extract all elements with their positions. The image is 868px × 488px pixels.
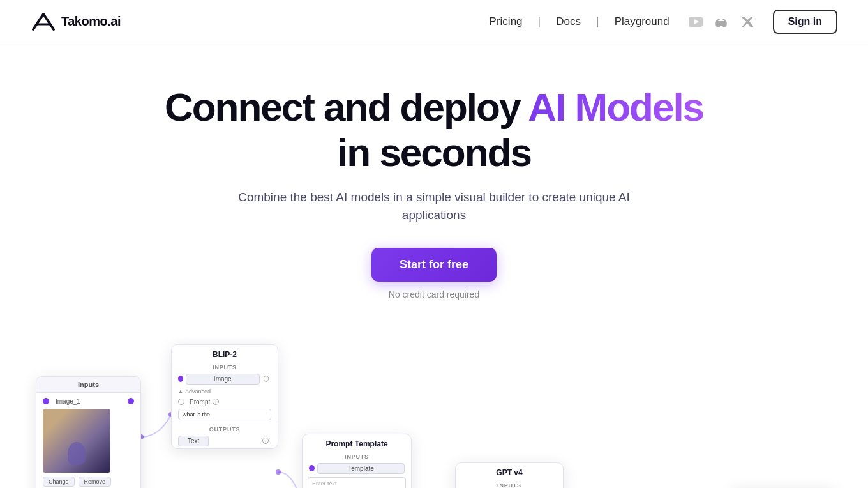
blip2-prompt-label: Prompt i <box>172 397 278 408</box>
hero-section: Connect and deploy AI Models in seconds … <box>0 43 868 325</box>
gpt-inputs-label: INPUTS <box>456 480 563 488</box>
gpt-card: GPT v4 INPUTS Text Enter text ▼ Advanced <box>455 462 564 488</box>
info-icon: i <box>213 399 219 405</box>
demo-illustration: Inputs Image_1 Change Remove Image_2 BLI… <box>0 338 868 488</box>
blip2-advanced[interactable]: ▲ Advanced <box>172 386 278 397</box>
blip2-output-circle <box>264 376 269 382</box>
nav-sep-1: | <box>538 15 541 28</box>
prompt-check <box>309 465 315 471</box>
inputs-card-body: Image_1 Change Remove Image_2 <box>36 393 140 488</box>
blip2-image-input: Image <box>172 372 278 386</box>
hero-title-part2: in seconds <box>337 130 531 174</box>
gpt-title: GPT v4 <box>456 463 563 480</box>
caret-icon: ▲ <box>178 388 183 394</box>
cta-button[interactable]: Start for free <box>371 248 497 282</box>
blip2-inputs-label: INPUTS <box>172 362 278 372</box>
prompt-template-card: Prompt Template INPUTS Template Enter te… <box>302 434 412 488</box>
blip2-check <box>178 376 183 382</box>
blip2-outputs-label: OUTPUTS <box>172 423 278 434</box>
blip2-outputs: OUTPUTS Text <box>172 423 278 448</box>
image1-thumbnail <box>43 409 110 473</box>
logo-icon <box>31 11 56 32</box>
blip2-title: BLIP-2 <box>172 345 278 362</box>
prompt-title: Prompt Template <box>303 434 411 451</box>
blip2-prompt-text: Prompt <box>190 399 210 406</box>
inputs-card: Inputs Image_1 Change Remove Image_2 <box>36 376 141 488</box>
image1-status <box>128 398 134 404</box>
prompt-template-tag: Template <box>317 463 405 474</box>
blip2-output-tag: Text <box>178 436 209 446</box>
blip2-card: BLIP-2 INPUTS Image ▲ Advanced Prompt i … <box>171 344 278 449</box>
prompt-template-input[interactable]: Enter text <box>308 477 406 488</box>
hero-title-part1: Connect and deploy <box>165 85 528 129</box>
twitter-icon[interactable] <box>738 15 755 28</box>
nav-link-docs[interactable]: Docs <box>551 13 586 31</box>
logo-area: Takomo.ai <box>31 11 121 32</box>
no-credit-text: No credit card required <box>389 289 479 300</box>
discord-icon[interactable] <box>713 15 730 28</box>
logo-text: Takomo.ai <box>61 14 121 29</box>
nav-social-icons <box>687 15 755 28</box>
image1-actions: Change Remove <box>43 477 134 487</box>
image1-row: Image_1 <box>43 398 134 405</box>
svg-point-6 <box>276 469 281 475</box>
image1-label: Image_1 <box>56 398 80 405</box>
nav-links: Pricing | Docs | Playground Sign in <box>484 10 837 34</box>
blip2-out-circle <box>262 438 269 444</box>
signin-button[interactable]: Sign in <box>773 10 837 34</box>
inputs-card-header: Inputs <box>36 377 140 393</box>
prompt-template-row: Template <box>303 461 411 476</box>
nav-sep-2: | <box>596 15 599 28</box>
blip2-advanced-label: Advanced <box>185 388 211 395</box>
blip2-input-tag: Image <box>186 374 260 385</box>
change-button[interactable]: Change <box>43 477 75 487</box>
image1-check <box>43 398 49 404</box>
hero-title: Connect and deploy AI Models in seconds <box>147 84 721 176</box>
prompt-inputs-label: INPUTS <box>303 451 411 461</box>
svg-point-3 <box>722 21 724 23</box>
nav-link-playground[interactable]: Playground <box>610 13 675 31</box>
svg-point-2 <box>719 21 721 23</box>
youtube-icon[interactable] <box>687 15 704 28</box>
nav-link-pricing[interactable]: Pricing <box>484 13 528 31</box>
remove-button[interactable]: Remove <box>79 477 112 487</box>
navbar: Takomo.ai Pricing | Docs | Playground Si… <box>0 0 868 43</box>
blip2-output-row: Text <box>172 434 278 448</box>
blip2-prompt-circle <box>178 399 184 405</box>
blip2-prompt-value[interactable]: what is the <box>178 409 271 420</box>
hero-title-highlight: AI Models <box>528 85 703 129</box>
hero-subtitle: Combine the best AI models in a simple v… <box>236 188 632 225</box>
